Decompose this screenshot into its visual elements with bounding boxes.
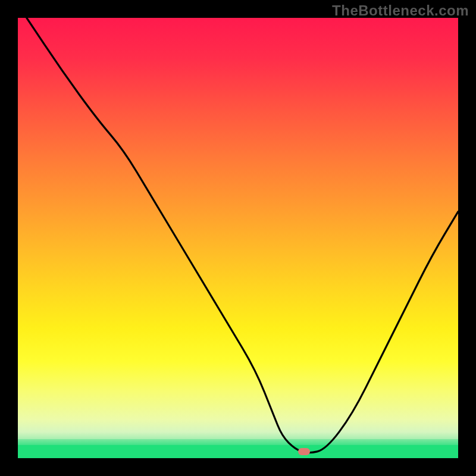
plot-area xyxy=(18,18,458,458)
optimal-point-marker xyxy=(298,448,310,455)
chart-frame: TheBottleneck.com xyxy=(0,0,476,476)
watermark-text: TheBottleneck.com xyxy=(332,2,469,19)
bottleneck-curve xyxy=(18,18,458,458)
